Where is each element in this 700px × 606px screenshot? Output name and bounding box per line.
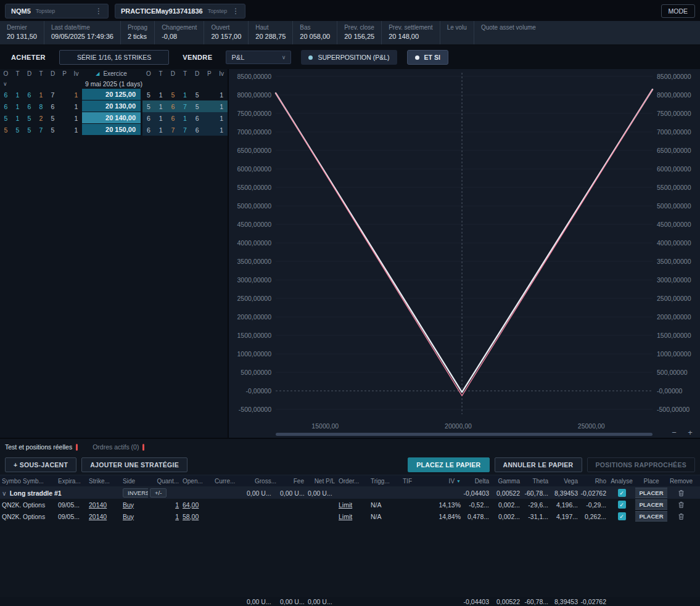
tab-positions[interactable]: Test et positions réelles — [5, 443, 78, 451]
order-type-edit-cell[interactable]: Limit — [337, 501, 369, 509]
chain-cell[interactable]: 5 — [191, 89, 204, 100]
tab-orders[interactable]: Ordres actifs (0) — [93, 443, 144, 451]
strike-edit-cell[interactable]: 20140 — [87, 513, 121, 520]
chain-cell[interactable]: 2 — [35, 112, 47, 124]
sell-button[interactable]: VENDRE — [179, 53, 216, 62]
quantity-edit-cell[interactable]: 1 — [148, 513, 181, 520]
chain-cell[interactable] — [59, 124, 70, 136]
cancel-paper-button[interactable]: ANNULER LE PAPIER — [495, 457, 582, 472]
chain-col-header[interactable]: O — [0, 70, 12, 77]
open-price-edit-cell[interactable]: 64,00 — [181, 501, 213, 509]
place-order-button[interactable]: PLACER — [635, 511, 667, 522]
chain-cell[interactable]: 1 — [155, 89, 167, 100]
add-underlying-button[interactable]: + SOUS-JACENT — [5, 457, 76, 472]
chain-cell[interactable]: 5 — [12, 124, 23, 136]
column-header[interactable]: Rho — [580, 478, 608, 485]
strategy-group-row[interactable]: ∨Long straddle #1INVERS+/-0,00 U...0,00 … — [0, 487, 700, 499]
mode-button[interactable]: MODE — [661, 4, 696, 18]
column-header[interactable]: Analyse — [608, 478, 635, 485]
analyse-checkbox[interactable]: ✓ — [618, 512, 626, 520]
chain-cell[interactable]: 7 — [47, 89, 59, 100]
column-header[interactable]: Theta — [522, 478, 550, 485]
column-header[interactable]: Order... — [337, 478, 369, 485]
position-row[interactable]: QN2K...Options09/05...20140Buy164,00Limi… — [0, 499, 700, 510]
analyse-checkbox[interactable]: ✓ — [618, 501, 626, 509]
quantity-adjust-button[interactable]: +/- — [150, 488, 167, 497]
collapse-chevron-icon[interactable]: ∨ — [2, 489, 7, 497]
chain-cell[interactable]: 6 — [23, 100, 35, 112]
chain-cell[interactable]: 7 — [179, 100, 191, 112]
strike-cell[interactable]: 20 150,00 — [82, 124, 141, 136]
analyse-checkbox[interactable]: ✓ — [618, 489, 626, 497]
chain-cell[interactable]: 7 — [35, 124, 47, 136]
chain-cell[interactable]: 1 — [179, 89, 191, 100]
collapse-chevron-icon[interactable]: ∨ — [3, 81, 7, 87]
series-selector[interactable]: SÉRIE 1/16, 16 STRIKES — [59, 50, 169, 65]
chain-row[interactable]: 61617120 125,00515151 — [0, 89, 228, 100]
side-edit-cell[interactable]: Buy — [121, 501, 148, 509]
column-header[interactable]: Side — [121, 478, 148, 485]
expiry-group-row[interactable]: ∨ 9 mai 2025 (1 days) — [0, 78, 228, 89]
column-header[interactable]: Strike... — [87, 478, 121, 485]
chain-row[interactable]: 61686120 130,00516751 — [0, 100, 228, 112]
chain-cell[interactable]: 5 — [23, 124, 35, 136]
strike-cell[interactable]: 20 130,00 — [82, 100, 141, 112]
chain-cell[interactable]: 1 — [70, 112, 82, 124]
chain-cell[interactable]: 1 — [12, 100, 23, 112]
chain-cell[interactable]: 5 — [0, 112, 12, 124]
zoom-out-icon[interactable]: − — [672, 428, 677, 437]
chain-col-header[interactable]: D — [23, 70, 35, 77]
invert-button[interactable]: INVERS — [123, 488, 148, 497]
chain-col-header[interactable]: Iv — [70, 70, 82, 77]
chain-cell[interactable]: 1 — [70, 89, 82, 100]
chain-col-header[interactable]: T — [155, 70, 167, 77]
place-order-button[interactable]: PLACER — [635, 499, 667, 510]
kebab-menu-icon[interactable]: ⋮ — [95, 7, 102, 15]
chain-cell[interactable]: 1 — [215, 112, 228, 124]
column-header[interactable]: Fee — [278, 478, 306, 485]
column-header[interactable]: Remove — [667, 478, 695, 485]
what-if-toggle[interactable]: ET SI — [407, 50, 448, 65]
side-edit-cell[interactable]: Buy — [121, 513, 148, 520]
column-header[interactable]: Net P/L — [306, 478, 337, 485]
column-header[interactable]: Gamma — [491, 478, 522, 485]
chart-h-scrollbar[interactable] — [276, 433, 653, 436]
column-header[interactable]: Symb... — [21, 478, 56, 485]
chain-cell[interactable] — [59, 89, 70, 100]
chain-cell[interactable]: 5 — [23, 112, 35, 124]
chain-col-header[interactable]: T — [12, 70, 23, 77]
strike-column-header[interactable]: ◢Exercice — [82, 70, 141, 77]
buy-button[interactable]: ACHETER — [7, 53, 49, 62]
add-strategy-button[interactable]: AJOUTER UNE STRATÉGIE — [81, 457, 187, 472]
chain-cell[interactable] — [204, 124, 216, 136]
kebab-menu-icon[interactable]: ⋮ — [232, 7, 239, 15]
chain-col-header[interactable]: D — [191, 70, 204, 77]
chain-cell[interactable]: 1 — [155, 112, 167, 124]
chain-row[interactable]: 55575120 150,00617761 — [0, 124, 228, 136]
chain-col-header[interactable]: D — [47, 70, 59, 77]
column-header[interactable]: Vega — [550, 478, 580, 485]
quantity-edit-cell[interactable]: 1 — [148, 501, 181, 509]
chain-cell[interactable]: 1 — [35, 89, 47, 100]
chain-cell[interactable]: 1 — [215, 100, 228, 112]
instrument-tab-nqm5[interactable]: NQM5 Topstep ⋮ — [5, 4, 109, 18]
chain-cell[interactable]: 7 — [167, 124, 179, 136]
filter-icon[interactable]: ▼ — [456, 479, 461, 483]
chain-col-header[interactable]: T — [179, 70, 191, 77]
place-order-button[interactable]: PLACER — [635, 488, 667, 498]
column-header[interactable]: Expira... — [56, 478, 87, 485]
strike-cell[interactable]: 20 140,00 — [82, 112, 141, 124]
chain-cell[interactable]: 6 — [47, 100, 59, 112]
order-type-edit-cell[interactable]: Limit — [337, 513, 369, 520]
chain-cell[interactable] — [204, 89, 216, 100]
chain-cell[interactable]: 6 — [0, 100, 12, 112]
chain-row[interactable]: 51525120 140,00616161 — [0, 112, 228, 124]
chain-cell[interactable]: 5 — [191, 100, 204, 112]
closed-positions-button[interactable]: POSITIONS RAPPROCHÉES — [587, 457, 696, 472]
chain-cell[interactable]: 5 — [142, 100, 155, 112]
column-header[interactable]: TIF — [401, 478, 432, 485]
chain-cell[interactable]: 1 — [215, 124, 228, 136]
chain-cell[interactable]: 6 — [0, 89, 12, 100]
column-header[interactable]: Quant... — [148, 478, 181, 485]
chain-col-header[interactable]: P — [59, 70, 70, 77]
